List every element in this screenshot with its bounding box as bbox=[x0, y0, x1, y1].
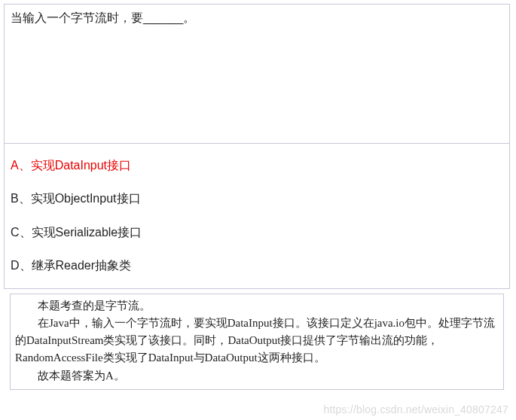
question-text: 当输入一个字节流时，要______。 bbox=[11, 9, 503, 27]
option-b[interactable]: B、实现ObjectInput接口 bbox=[11, 190, 503, 207]
explanation-line-1: 本题考查的是字节流。 bbox=[15, 297, 499, 315]
explanation-line-3: 故本题答案为A。 bbox=[15, 367, 499, 385]
quiz-container: 当输入一个字节流时，要______。 A、实现DataInput接口 B、实现O… bbox=[4, 4, 510, 390]
question-box: 当输入一个字节流时，要______。 bbox=[4, 4, 510, 144]
watermark-text: https://blog.csdn.net/weixin_40807247 bbox=[323, 403, 508, 415]
options-box: A、实现DataInput接口 B、实现ObjectInput接口 C、实现Se… bbox=[4, 144, 510, 289]
option-d[interactable]: D、继承Reader抽象类 bbox=[11, 257, 503, 274]
option-c[interactable]: C、实现Serializable接口 bbox=[11, 224, 503, 241]
explanation-box: 本题考查的是字节流。 在Java中，输入一个字节流时，要实现DataInput接… bbox=[10, 294, 504, 390]
explanation-line-2: 在Java中，输入一个字节流时，要实现DataInput接口。该接口定义在jav… bbox=[15, 315, 499, 367]
option-a[interactable]: A、实现DataInput接口 bbox=[11, 157, 503, 174]
